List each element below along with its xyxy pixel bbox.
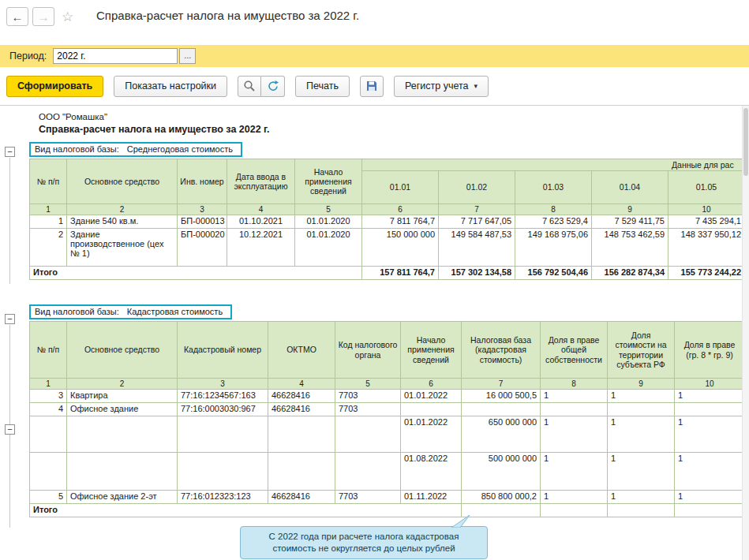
cell: Офисное здание — [67, 403, 178, 416]
col-num: 6 — [362, 204, 439, 215]
cell: 850 800 000,2 — [462, 491, 541, 504]
table-row: 3 Квартира 77:16:1234567:163 46628416 77… — [30, 390, 743, 403]
period-input[interactable] — [53, 48, 178, 64]
cell — [268, 416, 335, 453]
cell — [67, 416, 178, 453]
cell: 46628416 — [268, 390, 335, 403]
cell: 1 — [608, 453, 675, 491]
generate-button[interactable]: Сформировать — [6, 76, 103, 97]
cell — [462, 403, 541, 416]
scrollbar-thumb[interactable] — [743, 108, 748, 176]
cell — [30, 416, 67, 453]
show-settings-button[interactable]: Показать настройки — [114, 76, 227, 97]
save-icon — [365, 80, 378, 92]
print-button[interactable]: Печать — [295, 76, 350, 97]
table-subrow: 01.08.2022 500 000 000 1 1 1 — [30, 453, 743, 491]
cell — [401, 403, 462, 416]
cell: 46628416 — [268, 403, 335, 416]
cell: 1 — [541, 491, 608, 504]
cell: 01.01.2020 — [295, 229, 362, 267]
cell: 1 — [608, 491, 675, 504]
col-num: 10 — [668, 204, 743, 215]
cell: Квартира — [67, 390, 178, 403]
month-header: 01.03 — [515, 171, 592, 204]
group-row: Вид налоговой базы:Среднегодовая стоимос… — [29, 141, 742, 157]
cell — [608, 403, 675, 416]
vertical-scrollbar[interactable] — [742, 106, 749, 560]
column-header: ОКТМО — [268, 322, 335, 379]
total-label: Итого — [30, 504, 462, 517]
refresh-icon — [267, 80, 279, 92]
register-dropdown-button[interactable]: Регистр учета — [394, 76, 489, 97]
cell — [675, 403, 743, 416]
forward-button[interactable] — [32, 7, 54, 26]
month-header: 01.01 — [362, 171, 439, 204]
cell: 1 — [541, 416, 608, 453]
cell: 1 — [675, 390, 743, 403]
callout-text: С 2022 года при расчете налога кадастров… — [269, 532, 459, 553]
cell: 1 — [675, 453, 743, 491]
total-cell — [675, 504, 743, 517]
cadastral-table: № п/п Основное средство Кадастровый номе… — [29, 321, 742, 517]
total-label: Итого — [30, 267, 362, 280]
cell: 4 — [30, 403, 67, 416]
title-bar: Справка-расчет налога на имущество за 20… — [0, 0, 749, 45]
collapse-group1-icon[interactable] — [5, 147, 15, 157]
collapse-row4-icon[interactable] — [5, 424, 15, 435]
page-title: Справка-расчет налога на имущество за 20… — [96, 9, 359, 22]
column-header: Код налогового органа — [335, 322, 401, 379]
table-row: 5 Офисное здание 2-эт 77:16:012323:123 4… — [30, 491, 743, 504]
cell: 7 623 529,4 — [515, 215, 592, 229]
col-num: 3 — [178, 204, 227, 215]
month-header: 01.02 — [439, 171, 515, 204]
column-header: Начало применения сведений — [295, 159, 362, 204]
collapse-group2-icon[interactable] — [5, 314, 15, 324]
cell: 01.01.2022 — [401, 416, 462, 453]
favorite-star-icon[interactable] — [62, 9, 73, 25]
cell: 7 717 647,05 — [439, 215, 515, 229]
total-cell: 157 302 134,58 — [439, 267, 515, 280]
cell: 01.10.2021 — [227, 215, 295, 229]
group-value: Среднегодовая стоимость — [127, 144, 233, 154]
col-num: 1 — [30, 379, 67, 390]
cell: 77:16:012323:123 — [178, 491, 268, 504]
total-cell — [541, 504, 608, 517]
cell: 10.12.2021 — [227, 229, 295, 267]
cell: 5 — [30, 491, 67, 504]
report-title: Справка-расчет налога на имущество за 20… — [39, 124, 742, 135]
cell: БП-000013 — [178, 215, 227, 229]
col-num: 3 — [178, 379, 268, 390]
column-header: Доля в праве общей собственности — [541, 322, 608, 379]
cell: 01.11.2022 — [401, 491, 462, 504]
cell: 7703 — [335, 491, 401, 504]
cell: 01.01.2020 — [295, 215, 362, 229]
group-label: Вид налоговой базы: — [35, 144, 119, 154]
cell: 01.08.2022 — [401, 453, 462, 491]
col-num: 9 — [592, 204, 668, 215]
col-num: 5 — [335, 379, 401, 390]
cell: 46628416 — [268, 491, 335, 504]
cell: 01.01.2022 — [401, 390, 462, 403]
tree-line — [9, 158, 10, 284]
total-cell: 157 811 764,7 — [362, 267, 439, 280]
search-button[interactable] — [238, 76, 261, 97]
cell: 7703 — [335, 390, 401, 403]
column-header: Налоговая база (кадастровая стоимость) — [462, 322, 541, 379]
tax-base-group-cadastral[interactable]: Вид налоговой базы:Кадастровая стоимость — [29, 304, 232, 319]
col-num: 5 — [295, 204, 362, 215]
cell: 1 — [541, 453, 608, 491]
column-header: № п/п — [30, 322, 67, 379]
cell: Здание 540 кв.м. — [67, 215, 178, 229]
period-picker-button[interactable]: ... — [179, 48, 196, 64]
back-button[interactable] — [6, 7, 28, 26]
tax-base-group-average[interactable]: Вид налоговой базы:Среднегодовая стоимос… — [29, 142, 242, 157]
refresh-search-button[interactable] — [261, 76, 285, 97]
column-header: Дата ввода в эксплуатацию — [227, 159, 295, 204]
cell: Здание производственное (цех № 1) — [67, 229, 178, 267]
cell — [67, 453, 178, 491]
month-header: 01.05 — [668, 171, 743, 204]
column-number-row: 1 2 3 4 5 6 7 8 9 10 — [30, 204, 743, 215]
save-button[interactable] — [360, 76, 384, 97]
cell: 650 000 000 — [462, 416, 541, 453]
column-header: Кадастровый номер — [178, 322, 268, 379]
